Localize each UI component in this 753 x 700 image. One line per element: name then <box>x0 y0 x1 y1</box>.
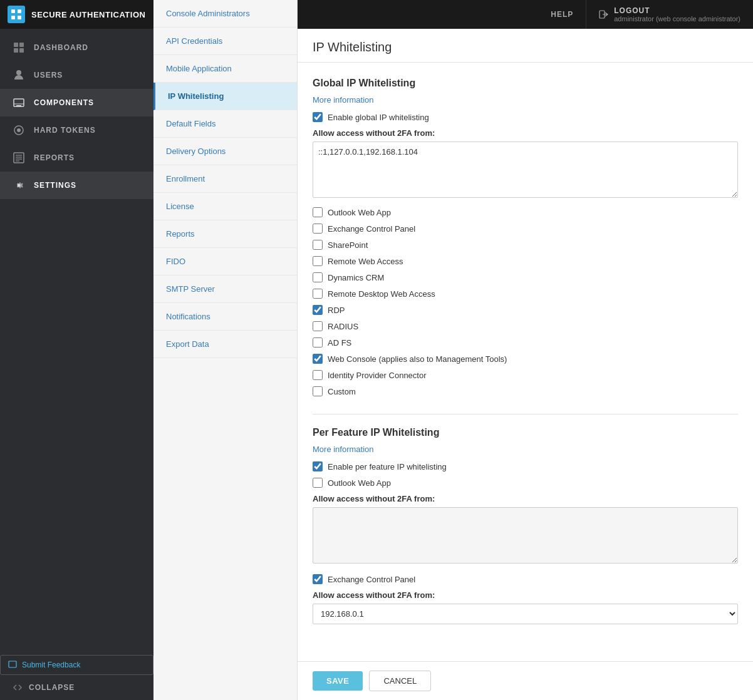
submenu-item-default-fields[interactable]: Default Fields <box>153 110 297 138</box>
sidebar-item-dashboard[interactable]: DASHBOARD <box>0 34 153 61</box>
sharepoint-label[interactable]: SharePoint <box>328 240 368 250</box>
custom-checkbox[interactable] <box>313 386 323 396</box>
identity-provider-label[interactable]: Identity Provider Connector <box>328 371 427 380</box>
per-feature-exchange-checkbox[interactable] <box>313 574 323 584</box>
logout-button[interactable]: LOGOUT administrator (web console admini… <box>586 0 753 29</box>
global-ip-section: Global IP Whitelisting More information … <box>313 78 738 396</box>
outlook-web-app-label[interactable]: Outlook Web App <box>328 208 391 217</box>
enable-per-feature-checkbox[interactable] <box>313 461 323 471</box>
submenu-item-ip-whitelisting[interactable]: IP Whitelisting <box>153 83 297 110</box>
submenu-item-export-data[interactable]: Export Data <box>153 331 297 358</box>
content-area: Global IP Whitelisting More information … <box>298 63 753 661</box>
web-console-label[interactable]: Web Console (applies also to Management … <box>328 354 507 364</box>
enable-global-ip-row: Enable global IP whitelisting <box>313 112 738 122</box>
enable-per-feature-row: Enable per feature IP whitelisting <box>313 461 738 471</box>
save-button[interactable]: SAVE <box>313 671 363 691</box>
svg-rect-10 <box>16 105 21 106</box>
collapse-button[interactable]: COLLAPSE <box>0 675 153 700</box>
radius-label[interactable]: RADIUS <box>328 322 358 331</box>
submenu-item-api-credentials[interactable]: API Credentials <box>153 28 297 55</box>
per-feature-more-info-link[interactable]: More information <box>313 445 738 454</box>
svg-rect-0 <box>11 9 15 13</box>
sidebar-label-reports: REPORTS <box>34 153 75 162</box>
per-feature-exchange-allow-label-wrapper: Allow access without 2FA from: <box>313 590 738 600</box>
per-feature-section: Per Feature IP Whitelisting More informa… <box>313 427 738 624</box>
submenu-item-delivery-options[interactable]: Delivery Options <box>153 138 297 165</box>
remote-web-access-row: Remote Web Access <box>313 256 738 266</box>
enable-global-checkbox[interactable] <box>313 112 323 122</box>
logout-label: LOGOUT administrator (web console admini… <box>614 6 740 23</box>
remote-desktop-web-checkbox[interactable] <box>313 289 323 299</box>
dynamics-crm-checkbox[interactable] <box>313 272 323 282</box>
app-name: SECURE AUTHENTICATION <box>31 10 145 19</box>
radius-checkbox[interactable] <box>313 321 323 331</box>
submenu-item-license[interactable]: License <box>153 193 297 220</box>
sidebar-item-hard-tokens[interactable]: HARD TOKENS <box>0 116 153 144</box>
help-button[interactable]: HELP <box>538 0 586 29</box>
submenu-item-reports[interactable]: Reports <box>153 220 297 248</box>
per-feature-exchange-select[interactable]: 192.168.0.1 <box>313 604 738 624</box>
svg-rect-4 <box>14 43 18 47</box>
components-icon <box>13 96 25 109</box>
remote-desktop-web-label[interactable]: Remote Desktop Web Access <box>328 289 435 299</box>
identity-provider-row: Identity Provider Connector <box>313 370 738 380</box>
app-logo <box>8 6 25 23</box>
global-more-info-link[interactable]: More information <box>313 95 738 105</box>
cancel-button[interactable]: CANCEL <box>369 671 431 691</box>
sidebar-label-components: COMPONENTS <box>34 98 94 107</box>
custom-row: Custom <box>313 386 738 396</box>
footer-actions: SAVE CANCEL <box>298 661 753 700</box>
per-feature-outlook-label[interactable]: Outlook Web App <box>328 478 391 488</box>
rdp-row: RDP <box>313 305 738 315</box>
sidebar-item-settings[interactable]: SETTINGS <box>0 172 153 199</box>
submenu-item-console-admins[interactable]: Console Administrators <box>153 0 297 28</box>
svg-rect-1 <box>18 9 21 13</box>
per-feature-outlook-checkbox[interactable] <box>313 478 323 488</box>
custom-label[interactable]: Custom <box>328 387 356 396</box>
exchange-control-panel-checkbox[interactable] <box>313 224 323 234</box>
rdp-checkbox[interactable] <box>313 305 323 315</box>
svg-rect-3 <box>18 16 21 19</box>
svg-rect-14 <box>14 153 24 163</box>
sidebar-item-reports[interactable]: REPORTS <box>0 144 153 172</box>
svg-rect-6 <box>14 48 18 53</box>
users-icon <box>13 69 25 81</box>
global-checkboxes-list: Outlook Web App Exchange Control Panel S… <box>313 207 738 396</box>
remote-web-access-checkbox[interactable] <box>313 256 323 266</box>
sidebar: SECURE AUTHENTICATION DASHBOARD <box>0 0 153 700</box>
sidebar-label-users: USERS <box>34 71 63 80</box>
allow-access-label: Allow access without 2FA from: <box>313 128 738 138</box>
svg-point-8 <box>16 70 21 75</box>
exchange-control-panel-label[interactable]: Exchange Control Panel <box>328 224 415 234</box>
submenu-item-mobile-app[interactable]: Mobile Application <box>153 55 297 83</box>
dynamics-crm-label[interactable]: Dynamics CRM <box>328 273 384 282</box>
web-console-checkbox[interactable] <box>313 354 323 364</box>
adfs-label[interactable]: AD FS <box>328 338 351 347</box>
outlook-web-app-checkbox[interactable] <box>313 207 323 217</box>
submenu-item-enrollment[interactable]: Enrollment <box>153 165 297 193</box>
svg-rect-2 <box>11 16 15 19</box>
enable-per-feature-label[interactable]: Enable per feature IP whitelisting <box>328 462 447 471</box>
feedback-label: Submit Feedback <box>22 661 80 669</box>
exchange-control-panel-row: Exchange Control Panel <box>313 224 738 234</box>
global-ip-textarea[interactable]: <!-- filled by JS --> <box>313 142 738 198</box>
app-header: SECURE AUTHENTICATION <box>0 0 153 29</box>
enable-global-label[interactable]: Enable global IP whitelisting <box>328 113 429 122</box>
per-feature-exchange-label[interactable]: Exchange Control Panel <box>328 575 415 584</box>
identity-provider-checkbox[interactable] <box>313 370 323 380</box>
topbar: HELP LOGOUT administrator (web console a… <box>298 0 753 29</box>
remote-web-access-label[interactable]: Remote Web Access <box>328 257 403 266</box>
sidebar-item-users[interactable]: USERS <box>0 61 153 89</box>
rdp-label[interactable]: RDP <box>328 306 345 315</box>
sharepoint-checkbox[interactable] <box>313 240 323 250</box>
bottom-spacer <box>313 642 738 661</box>
per-feature-outlook-textarea[interactable] <box>313 507 738 564</box>
submenu-item-notifications[interactable]: Notifications <box>153 303 297 331</box>
svg-rect-5 <box>19 43 24 47</box>
sidebar-item-components[interactable]: COMPONENTS <box>0 89 153 116</box>
per-feature-outlook-row: Outlook Web App <box>313 478 738 488</box>
submit-feedback-button[interactable]: Submit Feedback <box>0 655 153 675</box>
adfs-checkbox[interactable] <box>313 337 323 347</box>
submenu-item-smtp-server[interactable]: SMTP Server <box>153 275 297 303</box>
submenu-item-fido[interactable]: FIDO <box>153 248 297 275</box>
